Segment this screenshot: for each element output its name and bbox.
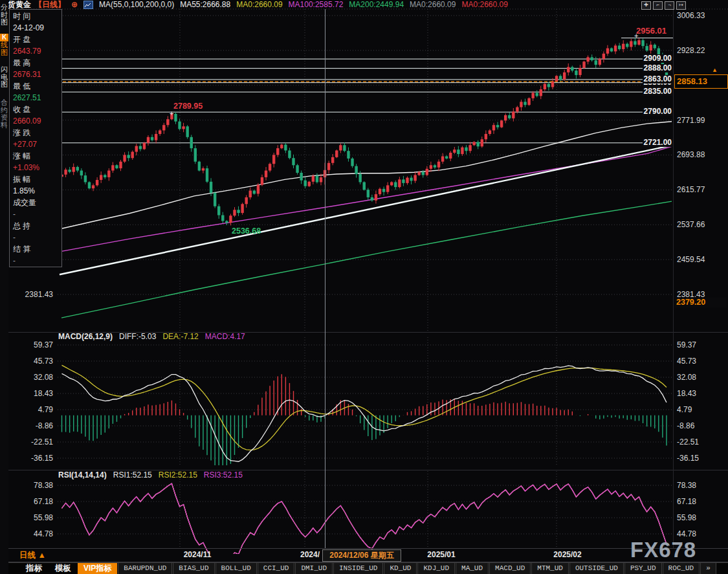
- left-tab-strip: 分时图 K线图 闪电图 合约资料: [0, 0, 8, 574]
- macd-axis-tick: -8.86: [677, 421, 694, 430]
- indicator-tab-OUTSIDE_UD[interactable]: OUTSIDE_UD: [569, 563, 624, 574]
- info-label: 结 算: [13, 243, 61, 255]
- date-axis-label: 2025/02: [553, 550, 581, 559]
- info-value-change-pct: +1.03%: [13, 162, 61, 173]
- rsi-axis-tick: 67.18: [677, 497, 696, 506]
- rsi-axis-tick: 78.38: [677, 481, 696, 490]
- level-line-label[interactable]: 2835.00: [643, 87, 673, 96]
- macd-axis-tick: 45.73: [18, 357, 53, 366]
- indicator-tab-BIAS_UD[interactable]: BIAS_UD: [173, 563, 214, 574]
- indicator-tab-»[interactable]: »: [700, 563, 716, 574]
- macd-axis-tick: -36.15: [18, 454, 53, 463]
- rsi3-value: RSI3:52.15: [204, 470, 243, 480]
- axis-left-icon[interactable]: ⌐: [653, 1, 663, 10]
- add-indicator-icon[interactable]: ⊕: [71, 0, 78, 10]
- info-label: 振 幅: [13, 173, 61, 185]
- rsi1-value: RSI1:52.15: [113, 470, 152, 480]
- indicator-tab-MTM_UD[interactable]: MTM_UD: [531, 563, 569, 574]
- chart-header: 现货黄金 【日线】 ⊕ MA(55,0,100,200,0,0) MA55:26…: [0, 0, 508, 10]
- macd-axis-tick: -22.51: [677, 437, 699, 447]
- quote-info-panel: 时 间 24-12-09 开 盘 2643.79 最 高 2676.31 最 低…: [9, 9, 62, 267]
- info-value-high: 2676.31: [13, 69, 61, 80]
- macd-axis-tick: 4.79: [677, 405, 692, 414]
- rsi-axis-tick: 44.78: [677, 529, 696, 538]
- price-axis-tick: 2615.77: [677, 185, 705, 194]
- indicator-tab-CCI_UD[interactable]: CCI_UD: [258, 563, 295, 574]
- macd-axis-tick: 4.79: [18, 405, 53, 414]
- axis-right-icon[interactable]: ¬: [665, 1, 674, 10]
- indicator-tab-ROC_UD[interactable]: ROC_UD: [663, 563, 700, 574]
- macd-axis-tick: 18.43: [677, 389, 696, 398]
- price-axis-tick: 2537.66: [677, 220, 705, 229]
- rsi-axis-tick: 44.78: [18, 529, 53, 538]
- info-value-low: 2627.51: [13, 92, 61, 104]
- level-line-label[interactable]: 2863.00: [643, 75, 673, 83]
- tab-flash-chart[interactable]: 闪电图: [0, 66, 8, 89]
- crosshair-date-box: 2024/12/06 星期五: [322, 549, 401, 562]
- macd-dea-value: DEA:-7.12: [162, 332, 198, 341]
- level-line-label[interactable]: 2888.00: [643, 64, 673, 72]
- ma55-value: MA55:2666.88: [180, 0, 230, 10]
- rsi-axis-tick: 55.98: [677, 513, 696, 522]
- chart-canvas[interactable]: [0, 0, 728, 574]
- price-axis-tick: 3006.33: [677, 11, 705, 20]
- indicator-tab-VIP指标[interactable]: VIP指标: [78, 563, 117, 574]
- macd-axis-tick: 59.37: [18, 340, 53, 349]
- level-line-label[interactable]: 2909.00: [643, 54, 673, 63]
- indicator-tab-KDJ_UD[interactable]: KDJ_UD: [417, 563, 455, 574]
- watermark: FX678: [630, 538, 696, 562]
- macd-axis-tick: 32.08: [18, 373, 53, 382]
- ma100-value: MA100:2585.72: [289, 0, 344, 10]
- macd-axis-tick: -22.51: [18, 437, 53, 447]
- indicator-tab-MA_UD[interactable]: MA_UD: [456, 563, 489, 574]
- level-line-label[interactable]: 2721.00: [643, 138, 673, 147]
- tab-time-chart[interactable]: 分时图: [0, 4, 8, 27]
- info-value-close: 2660.09: [13, 115, 61, 127]
- rsi2-value: RSI2:52.15: [159, 470, 197, 480]
- chart-style-icon[interactable]: [83, 1, 93, 9]
- info-label: 开 盘: [13, 34, 61, 45]
- exit-icon[interactable]: ↦: [676, 1, 686, 10]
- pan-icon[interactable]: ✚: [641, 1, 651, 10]
- info-label: 最 高: [13, 57, 61, 69]
- date-axis-label: 2024/11: [184, 550, 212, 559]
- current-price-box[interactable]: 2858.13: [674, 74, 728, 89]
- rsi-title: RSI(14,14,14): [58, 470, 107, 480]
- indicator-tab-模板[interactable]: 模板: [49, 563, 78, 574]
- indicator-tab-PSY_UD[interactable]: PSY_UD: [624, 563, 662, 574]
- info-label: 最 低: [13, 80, 61, 92]
- date-axis-label: 2024/: [300, 550, 320, 559]
- level-line-label[interactable]: 2790.00: [643, 107, 673, 116]
- trough-price-label: 2536.68: [232, 226, 261, 236]
- period-tag: 【日线】: [34, 0, 65, 10]
- indicator-tab-DMI_UD[interactable]: DMI_UD: [295, 563, 333, 574]
- price-axis-tick: 2693.88: [677, 150, 705, 159]
- info-label: 涨 幅: [13, 150, 61, 162]
- info-value-open: 2643.79: [13, 45, 61, 57]
- info-value-time: 24-12-09: [13, 22, 61, 34]
- indicator-tab-BARUPDN_UD[interactable]: BARUPDN_UD: [118, 563, 172, 574]
- macd-value: MACD:4.17: [205, 332, 245, 341]
- indicator-tab-KD_UD[interactable]: KD_UD: [384, 563, 417, 574]
- ma0-yellow-value: MA0:2660.09: [236, 0, 282, 10]
- macd-axis-tick: 59.37: [677, 340, 696, 349]
- indicator-tab-MACD_UD[interactable]: MACD_UD: [489, 563, 531, 574]
- main-pane: [58, 9, 673, 331]
- ma200-value: MA200:2449.94: [349, 0, 404, 10]
- chart-window-controls: ✚ ⌐ ¬ ↦: [641, 1, 686, 10]
- ma-settings: MA(55,0,100,200,0,0): [99, 0, 174, 10]
- period-selector[interactable]: 日线 ▲: [19, 550, 46, 561]
- indicator-tab-INSIDE_UD[interactable]: INSIDE_UD: [333, 563, 383, 574]
- macd-diff-value: DIFF:-5.03: [119, 332, 156, 341]
- rsi-header: RSI(14,14,14) RSI1:52.15 RSI2:52.15 RSI3…: [58, 470, 243, 480]
- rsi-axis-tick: 78.38: [18, 481, 53, 490]
- indicator-tab-指标[interactable]: 指标: [19, 563, 49, 574]
- info-label: 成交量: [13, 197, 61, 208]
- info-value-settlement: -: [13, 255, 61, 267]
- ma0-red-value: MA0:2660.09: [461, 0, 507, 10]
- tab-kline-chart[interactable]: K线图: [0, 34, 8, 56]
- tab-contract-info[interactable]: 合约资料: [0, 99, 8, 129]
- indicator-tab-BOLL_UD[interactable]: BOLL_UD: [215, 563, 257, 574]
- info-value-amplitude: 1.85%: [13, 185, 61, 197]
- price-axis-tick: 2459.54: [677, 255, 705, 264]
